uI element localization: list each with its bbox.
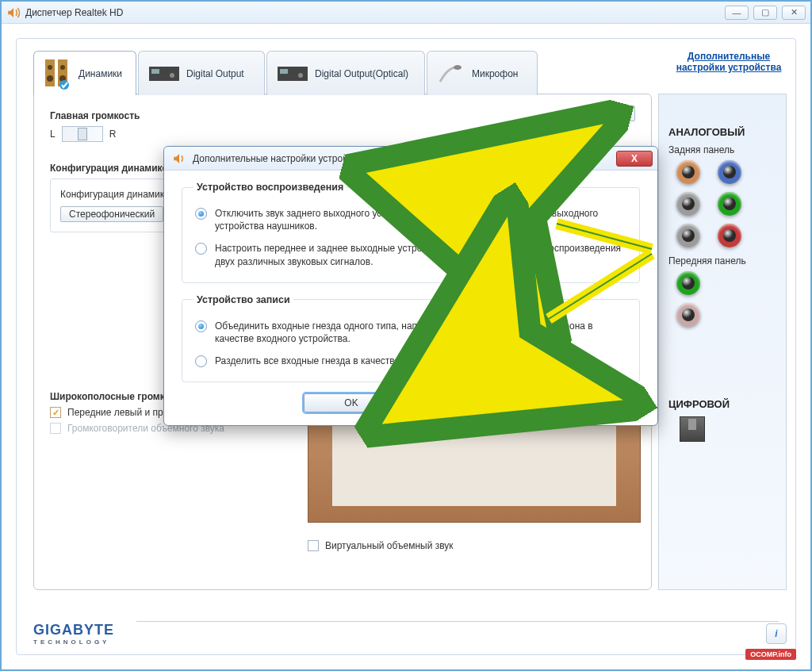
jack-rear-blue[interactable] — [718, 160, 741, 184]
svg-point-4 — [47, 75, 53, 82]
svg-point-6 — [59, 80, 69, 90]
tab-digital-optical[interactable]: Digital Output(Optical) — [266, 51, 425, 95]
speaker-config-dropdown[interactable]: Стереофонический — [60, 206, 163, 222]
record-option-merge[interactable]: Объединить входные гнезда одного типа, н… — [193, 315, 628, 350]
tab-optical-label: Digital Output(Optical) — [315, 68, 408, 79]
dialog-title: Дополнительные настройки устройства — [193, 153, 367, 164]
speaker-icon — [172, 151, 186, 166]
balance-slider[interactable] — [62, 126, 103, 142]
dialog-close-button[interactable]: X — [616, 151, 653, 167]
tab-digital-output[interactable]: Digital Output — [138, 51, 265, 95]
record-legend: Устройство записи — [193, 294, 293, 305]
record-option-1-label: Объединить входные гнезда одного типа, н… — [215, 320, 626, 345]
playback-device-group: Устройство воспроизведения Отключить зву… — [182, 182, 640, 283]
svg-rect-11 — [280, 69, 288, 74]
window-title: Диспетчер Realtek HD — [25, 7, 123, 18]
playback-option-2-label: Настроить переднее и заднее выходные уст… — [215, 242, 626, 267]
speakers-icon — [44, 58, 72, 90]
advanced-settings-dialog: Дополнительные настройки устройства X Ус… — [163, 146, 658, 426]
balance-right-label: R — [109, 128, 117, 140]
jack-rear-red[interactable] — [718, 224, 741, 247]
maximize-button[interactable]: ▢ — [753, 6, 777, 20]
balance-left-label: L — [50, 128, 56, 140]
record-option-2-label: Разделить все входные гнезда в качестве … — [215, 355, 550, 367]
svg-point-12 — [298, 73, 303, 78]
record-option-separate[interactable]: Разделить все входные гнезда в качестве … — [193, 350, 628, 372]
additional-settings-link[interactable]: Дополнительные настройки устройства — [669, 51, 788, 73]
watermark-badge: OCOMP.info — [745, 649, 796, 660]
info-button[interactable]: i — [766, 623, 787, 644]
jack-rear-black[interactable] — [676, 224, 700, 247]
jack-front-green[interactable] — [676, 271, 700, 295]
svg-rect-0 — [45, 59, 55, 86]
jack-rear-orange[interactable] — [676, 160, 700, 184]
dialog-title-bar: Дополнительные настройки устройства X — [164, 147, 657, 171]
microphone-icon — [437, 63, 465, 85]
checkbox-icon — [50, 423, 61, 434]
cancel-button[interactable]: Отмена — [423, 393, 518, 412]
svg-point-9 — [170, 73, 174, 78]
digital-heading: ЦИФРОВОЙ — [668, 398, 776, 410]
window-title-bar: Диспетчер Realtek HD — ▢ ✕ — [2, 2, 810, 24]
tab-microphone[interactable]: Микрофон — [427, 51, 538, 95]
checkbox-icon — [50, 407, 61, 418]
virtual-surround-label: Виртуальный объемный звук — [325, 540, 454, 551]
front-jack-grid — [668, 271, 776, 327]
connector-panel: АНАЛОГОВЫЙ Задняя панель Передняя панель… — [658, 94, 787, 590]
radio-icon — [195, 355, 207, 367]
playback-option-1-label: Отключить звук заднего выходного устройс… — [215, 207, 626, 232]
recording-device-group: Устройство записи Объединить входные гне… — [182, 294, 640, 383]
speaker-icon — [6, 6, 21, 20]
svg-rect-8 — [151, 69, 159, 74]
radio-icon — [195, 208, 207, 220]
device-tabs: Динамики Digital Output Digital Output(O… — [33, 51, 538, 95]
jack-rear-green[interactable] — [718, 192, 741, 216]
footer: GIGABYTE TECHNOLOGY i — [33, 622, 787, 646]
playback-legend: Устройство воспроизведения — [193, 182, 347, 193]
amplifier-icon — [277, 64, 308, 83]
minimize-button[interactable]: — — [725, 6, 749, 20]
playback-option-dual-stream[interactable]: Настроить переднее и заднее выходные уст… — [193, 237, 628, 272]
close-button[interactable]: ✕ — [782, 6, 806, 20]
digital-out-icon[interactable] — [680, 416, 705, 442]
tab-speakers[interactable]: Динамики — [33, 51, 136, 95]
jack-front-pink[interactable] — [676, 303, 700, 327]
playback-option-mute-rear[interactable]: Отключить звук заднего выходного устройс… — [193, 202, 628, 237]
tab-digital-label: Digital Output — [186, 68, 244, 79]
svg-point-2 — [48, 65, 52, 70]
radio-icon — [195, 320, 207, 332]
svg-point-13 — [454, 65, 462, 70]
radio-icon — [195, 243, 207, 255]
tab-mic-label: Микрофон — [472, 68, 518, 79]
rear-panel-label: Задняя панель — [668, 144, 776, 155]
jack-rear-grey[interactable] — [676, 192, 700, 216]
amplifier-icon — [148, 64, 180, 83]
svg-point-3 — [60, 65, 65, 70]
virtual-surround-checkbox[interactable]: Виртуальный объемный звук — [308, 540, 454, 551]
set-default-button[interactable]: Задать — [587, 105, 635, 121]
master-volume-title: Главная громкость — [50, 110, 635, 121]
ok-button[interactable]: OK — [304, 393, 399, 412]
vendor-brand-sub: TECHNOLOGY — [33, 638, 114, 646]
rear-jack-grid — [668, 160, 776, 247]
vendor-brand-name: GIGABYTE — [33, 622, 114, 638]
tab-speakers-label: Динамики — [79, 68, 122, 79]
front-panel-label: Передняя панель — [668, 255, 776, 266]
checkbox-icon — [308, 540, 319, 551]
analog-heading: АНАЛОГОВЫЙ — [668, 126, 776, 138]
vendor-brand: GIGABYTE TECHNOLOGY — [33, 622, 114, 646]
